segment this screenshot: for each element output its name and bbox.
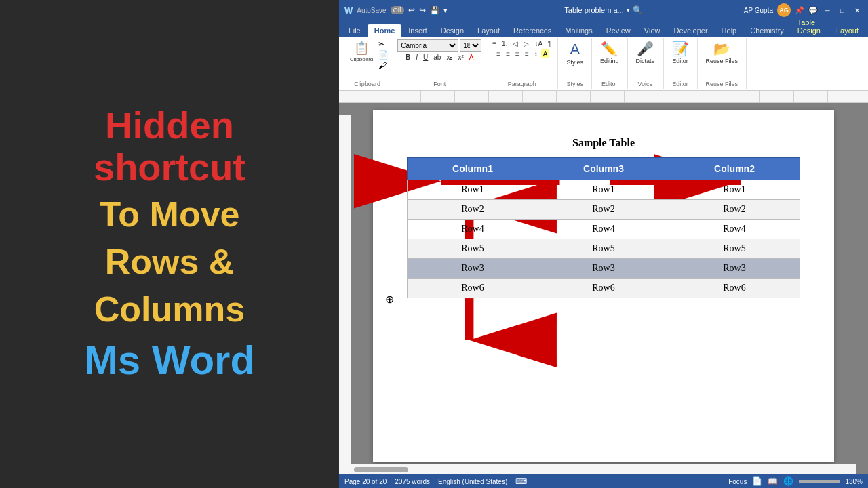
align-center-button[interactable]: ≡ [504,49,512,58]
tab-help[interactable]: Help [715,24,744,37]
table-row[interactable]: Row2Row2Row2 [408,200,800,220]
tab-design[interactable]: Design [434,24,471,37]
table-row[interactable]: Row1Row1Row1 [408,180,800,200]
tab-table-design[interactable]: Table Design [791,16,829,37]
minimize-btn[interactable]: ─ [822,5,833,16]
title-line3: To Move [99,195,239,235]
table-row[interactable]: Row6Row6Row6 [408,279,800,298]
paste-button[interactable]: 📋 Clipboard [346,39,377,64]
cell-r4-c2[interactable]: Row3 [669,259,800,279]
cell-r5-c1[interactable]: Row6 [538,279,669,298]
cell-r2-c2[interactable]: Row4 [669,220,800,239]
line-spacing-button[interactable]: ↕ [532,49,540,58]
cell-r3-c0[interactable]: Row5 [408,239,538,259]
tab-home[interactable]: Home [368,24,402,37]
table-row[interactable]: Row4Row4Row4 [408,220,800,239]
accessibility-icon[interactable]: ⌨ [515,476,527,486]
reuse-files-button[interactable]: 📂 Reuse Files [702,39,743,66]
tab-insert[interactable]: Insert [401,24,434,37]
maximize-btn[interactable]: □ [837,5,848,16]
web-layout-icon[interactable]: 🌐 [783,476,793,486]
cell-r3-c1[interactable]: Row5 [538,239,669,259]
sort-button[interactable]: ↕A [532,39,545,48]
comments-icon[interactable]: 💬 [808,6,818,15]
word-icon: W [344,5,353,16]
cell-r1-c2[interactable]: Row2 [669,200,800,220]
cell-r5-c2[interactable]: Row6 [669,279,800,298]
tab-table-layout[interactable]: Layout [829,24,865,37]
cell-r2-c1[interactable]: Row4 [538,220,669,239]
reuse-group: 📂 Reuse Files Reuse Files [698,38,747,89]
bullets-button[interactable]: ≡ [490,39,498,48]
vertical-ruler [339,115,351,474]
strikethrough-button[interactable]: ab [431,53,443,62]
font-family-select[interactable]: Cambria [397,39,458,52]
cell-r0-c0[interactable]: Row1 [408,180,538,200]
shading-button[interactable]: A [541,49,550,58]
cell-r0-c2[interactable]: Row1 [669,180,800,200]
print-layout-icon[interactable]: 📄 [752,476,762,486]
cell-r3-c2[interactable]: Row5 [669,239,800,259]
justify-button[interactable]: ≡ [523,49,531,58]
show-formatting-button[interactable]: ¶ [546,39,553,48]
title-dropdown-icon[interactable]: ▾ [627,7,630,14]
superscript-button[interactable]: x² [456,53,465,62]
cell-r1-c1[interactable]: Row2 [538,200,669,220]
cell-r5-c0[interactable]: Row6 [408,279,538,298]
styles-button[interactable]: A Styles [562,39,587,67]
indent-less-button[interactable]: ◁ [511,39,520,48]
document-page: ⊕ Sample Table [373,110,834,462]
table-move-handle[interactable]: ⊕ [385,293,394,306]
tab-view[interactable]: View [637,24,667,37]
close-btn[interactable]: ✕ [852,5,863,16]
focus-btn[interactable]: Focus [728,478,747,485]
paragraph-label: Paragraph [508,81,536,87]
document-area[interactable]: ⊕ Sample Table [339,103,868,474]
font-size-select[interactable]: 18 [460,39,481,52]
save-icon[interactable]: 💾 [430,6,439,15]
cell-r1-c0[interactable]: Row2 [408,200,538,220]
tab-references[interactable]: References [507,24,558,37]
dictate-button[interactable]: 🎤 Dictate [632,39,659,66]
italic-button[interactable]: I [414,53,420,62]
cell-r4-c0[interactable]: Row3 [408,259,538,279]
cell-r4-c1[interactable]: Row3 [538,259,669,279]
reuse-files-label: Reuse Files [706,81,738,87]
copy-icon[interactable]: 📄 [378,50,389,60]
search-icon[interactable]: 🔍 [633,5,643,15]
tab-mailings[interactable]: Mailings [558,24,599,37]
tab-file[interactable]: File [342,24,368,37]
ruler-inner [353,91,856,102]
table-row[interactable]: Row5Row5Row5 [408,239,800,259]
tab-chemistry[interactable]: Chemistry [743,24,791,37]
bold-button[interactable]: B [403,53,412,62]
zoom-slider[interactable] [799,480,840,483]
editor-button[interactable]: 📝 Editor [668,39,693,66]
horizontal-scrollbar[interactable] [351,464,856,474]
ribbon-pin-icon[interactable]: 📌 [795,6,804,15]
title-bar-left: W AutoSave Off ↩ ↪ 💾 ▾ [344,5,474,16]
ribbon-toolbar: 📋 Clipboard ✂ 📄 🖌 Clipboard Cambria 18 [339,37,868,91]
autosave-toggle[interactable]: Off [391,6,404,14]
undo-icon[interactable]: ↩ [408,5,415,15]
read-mode-icon[interactable]: 📖 [768,476,778,486]
numbering-button[interactable]: 1. [500,39,509,48]
format-painter-icon[interactable]: 🖌 [378,61,389,70]
align-left-button[interactable]: ≡ [494,49,502,58]
tab-developer[interactable]: Developer [667,24,714,37]
scroll-thumb[interactable] [354,467,408,472]
editing-button[interactable]: ✏️ Editing [596,39,623,66]
tab-layout[interactable]: Layout [471,24,507,37]
align-right-button[interactable]: ≡ [513,49,521,58]
underline-button[interactable]: U [421,53,430,62]
redo-icon[interactable]: ↪ [419,5,426,15]
font-color-button[interactable]: A [467,53,476,62]
subscript-button[interactable]: x₂ [444,53,454,62]
indent-more-button[interactable]: ▷ [521,39,531,48]
cut-icon[interactable]: ✂ [378,39,389,49]
tab-review[interactable]: Review [599,24,637,37]
more-icon[interactable]: ▾ [443,6,448,15]
cell-r0-c1[interactable]: Row1 [538,180,669,200]
cell-r2-c0[interactable]: Row4 [408,220,538,239]
table-row[interactable]: Row3Row3Row3 [408,259,800,279]
